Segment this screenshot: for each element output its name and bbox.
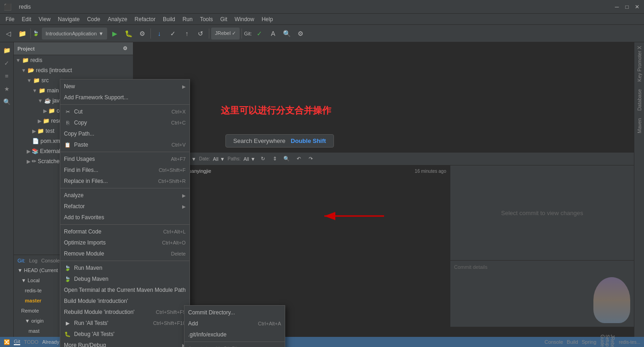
menu-view[interactable]: View [35,14,54,24]
toolbar-sep-1 [30,28,31,39]
ext-libs-icon: 📚 [32,148,39,154]
menu-tools[interactable]: Tools [196,14,217,24]
jrebel-tab-bottom[interactable]: JRebel Setup Guide [600,335,615,347]
git-undo-btn[interactable]: ↶ [294,154,303,164]
minimize-button[interactable]: ─ [614,4,620,10]
toolbar-project-btn[interactable]: 📁 [16,27,29,40]
cm-optimize-imports[interactable]: Optimize Imports Ctrl+Alt+O [60,237,190,248]
cm-find-usages[interactable]: Find Usages Alt+F7 [60,154,190,165]
build-tab-bottom[interactable]: Build [567,339,578,345]
commit-details-label: Commit details [450,260,634,273]
toolbar-back-btn[interactable]: ◁ [2,27,15,40]
cm-add-framework[interactable]: Add Framework Support... [60,92,190,103]
toolbar-git-commit[interactable]: ✓ [167,27,179,40]
toolbar-git-rollback[interactable]: ↺ [194,27,207,40]
toolbar-search[interactable]: 🔍 [281,27,293,40]
cm-rebuild-module[interactable]: Rebuild Module 'introduction' Ctrl+Shift… [60,307,190,318]
right-tab-key-promoter[interactable]: Key Promoter X [635,42,644,85]
console-tab[interactable]: Console [41,258,59,263]
cm-run-maven[interactable]: 🍃 Run Maven [60,262,190,273]
jrebel-selector[interactable]: JRebel ✓ [211,28,240,40]
context-menu-wrapper: New ▶ Add Framework Support... ✂ Cut Ctr… [60,79,190,347]
toolbar-translate[interactable]: A [267,27,280,40]
cm-find-in-files[interactable]: Find in Files... Ctrl+Shift+F [60,165,190,176]
maximize-button[interactable]: □ [624,4,630,10]
gs-add[interactable]: Add Ctrl+Alt+A [184,318,285,329]
menu-help[interactable]: Help [258,14,277,24]
structure-tool-btn[interactable]: ≡ [1,70,13,82]
res-folder-icon: 📁 [43,118,50,124]
tree-item-redis-module[interactable]: ▼ 📂 redis [introduct [14,65,133,75]
cm-reformat[interactable]: Reformat Code Ctrl+Alt+L [60,226,190,237]
gs-gitinfo-exclude[interactable]: .git/info/exclude [184,329,285,340]
cm-build-module[interactable]: Build Module 'introduction' [60,296,190,307]
menu-git[interactable]: Git [217,14,231,24]
title-bar-controls: ─ □ ✕ [614,4,640,10]
cm-copy-path[interactable]: Copy Path... [60,128,190,139]
right-tab-database[interactable]: Database [635,85,644,114]
spring-tab-bottom[interactable]: Spring [582,339,597,345]
gs-commit-dir[interactable]: Commit Directory... [184,307,285,318]
commit-tool-btn[interactable]: ✓ [1,57,13,69]
favorites-tool-btn[interactable]: ★ [1,83,13,95]
menu-navigate[interactable]: Navigate [54,14,83,24]
coverage-btn[interactable]: ⚙ [136,27,149,40]
cm-run-tests[interactable]: ▶ Run 'All Tests' Ctrl+Shift+F10 [60,318,190,329]
git-redo-btn[interactable]: ↷ [306,154,315,164]
jrebel-label: JRebel ✓ [215,30,236,36]
git-expand-btn[interactable]: ⇕ [270,154,279,164]
menu-window[interactable]: Window [231,14,258,24]
tree-arrow-2: ▼ [21,68,26,73]
git-tab-bottom[interactable]: Git [14,339,20,345]
cm-replace-in-files[interactable]: Replace in Files... Ctrl+Shift+R [60,176,190,187]
todo-tab-bottom[interactable]: TODO [24,339,39,345]
title-bar-left: ⬛ redis [4,3,31,11]
cm-remove-module[interactable]: Remove Module Delete [60,248,190,259]
right-tab-maven[interactable]: Maven [635,114,644,137]
run-config-label: IntroductionApplication [46,31,97,36]
cm-new[interactable]: New ▶ [60,81,190,92]
menu-analyze[interactable]: Analyze [104,14,131,24]
close-button[interactable]: ✕ [634,4,640,10]
tree-arrow-7: ▶ [38,118,41,124]
search-tool-btn[interactable]: 🔍 [1,96,13,108]
menu-refactor[interactable]: Refactor [131,14,159,24]
cm-debug-tests[interactable]: 🐛 Debug 'All Tests' [60,329,190,340]
run-btn[interactable]: ▶ [108,27,121,40]
menu-run[interactable]: Run [179,14,196,24]
cm-open-terminal[interactable]: Open Terminal at the Current Maven Modul… [60,284,190,296]
menu-file[interactable]: File [2,14,18,24]
git-tab[interactable]: Git: [17,258,25,263]
cm-cut[interactable]: ✂ Cut Ctrl+X [60,106,190,117]
tree-arrow-6: ▶ [43,108,47,114]
log-tab[interactable]: Log [29,258,37,263]
run-config-selector[interactable]: IntroductionApplication ▼ [42,28,107,40]
cm-debug-maven[interactable]: 🍃 Debug Maven [60,273,190,284]
run-tests-icon: ▶ [64,320,71,326]
toolbar-settings[interactable]: ⚙ [294,27,307,40]
cm-refactor[interactable]: Refactor ▶ [60,201,190,212]
toolbar-git-update[interactable]: ↓ [153,27,166,40]
tree-arrow-5: ▼ [38,98,43,103]
console-tab-bottom[interactable]: Console [545,339,563,345]
paths-filter[interactable]: All ▼ [243,156,255,162]
project-panel-settings[interactable]: ⚙ [121,45,129,53]
cm-add-favorites[interactable]: Add to Favorites [60,212,190,223]
date-filter[interactable]: All ▼ [213,156,225,162]
cm-more-run[interactable]: More Run/Debug ▶ [60,340,190,347]
menu-build[interactable]: Build [159,14,179,24]
toolbar-git-checkmark[interactable]: ✓ [253,27,266,40]
tree-item-redis[interactable]: ▼ 📁 redis [14,55,133,65]
cm-copy[interactable]: ⎘ Copy Ctrl+C [60,117,190,128]
test-folder-icon: 📁 [37,128,44,134]
search-everywhere-bar: Search Everywhere Double Shift [225,134,334,148]
git-refresh-btn[interactable]: ↻ [258,154,267,164]
menu-code[interactable]: Code [83,14,104,24]
cm-paste[interactable]: 📋 Paste Ctrl+V [60,139,190,150]
git-search-btn[interactable]: 🔍 [282,154,291,164]
project-tool-btn[interactable]: 📁 [1,44,13,56]
menu-edit[interactable]: Edit [18,14,35,24]
toolbar-git-push[interactable]: ↑ [180,27,193,40]
debug-btn[interactable]: 🐛 [122,27,135,40]
cm-analyze[interactable]: Analyze ▶ [60,190,190,201]
